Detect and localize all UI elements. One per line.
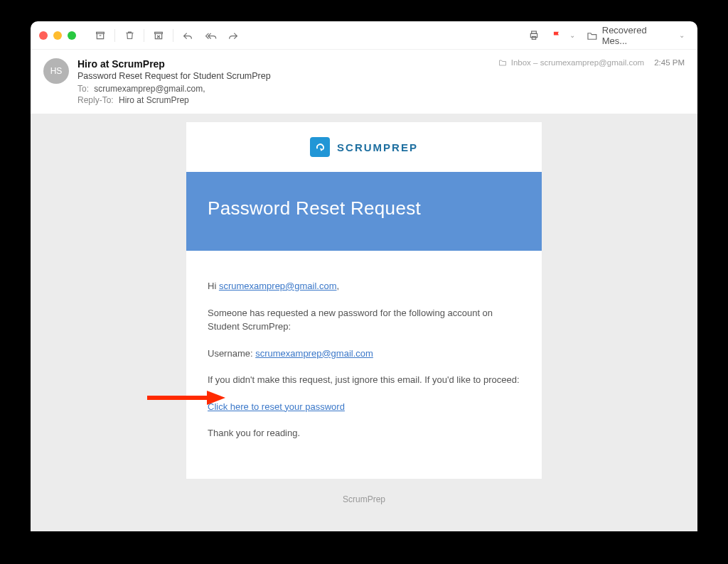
mail-window: ⌄ Recovered Mes... ⌄ HS Hiro at ScrumPre…	[31, 21, 697, 531]
greeting-line: Hi scrumexamprep@gmail.com,	[208, 279, 520, 293]
chevron-down-icon: ⌄	[679, 31, 685, 39]
brand-name: SCRUMPREP	[337, 141, 418, 153]
brand-row: SCRUMPREP	[186, 122, 542, 172]
body-line-ignore: If you didn't make this request, just ig…	[208, 373, 520, 387]
sender-name: Hiro at ScrumPrep	[77, 58, 490, 70]
junk-button[interactable]	[149, 27, 168, 44]
window-controls	[39, 31, 76, 40]
email-card: SCRUMPREP Password Reset Request Hi scru…	[186, 122, 542, 479]
email-banner: Password Reset Request	[186, 172, 542, 251]
thanks-line: Thank you for reading.	[208, 426, 520, 440]
folder-label: Recovered Mes...	[602, 25, 673, 46]
minimize-window-button[interactable]	[53, 31, 62, 40]
username-link[interactable]: scrumexamprep@gmail.com	[255, 348, 373, 359]
svg-rect-4	[532, 36, 535, 39]
toolbar: ⌄ Recovered Mes... ⌄	[31, 21, 697, 50]
greeting-email-link[interactable]: scrumexamprep@gmail.com	[219, 281, 337, 291]
close-window-button[interactable]	[39, 31, 48, 40]
inbox-label: Inbox – scrumexamprep@gmail.com	[511, 58, 644, 67]
svg-rect-1	[155, 32, 163, 33]
to-row: To: scrumexamprep@gmail.com,	[77, 84, 490, 94]
header-meta: Inbox – scrumexamprep@gmail.com 2:45 PM	[498, 58, 685, 67]
svg-rect-0	[97, 32, 105, 33]
mail-subject: Password Reset Request for Student Scrum…	[77, 71, 490, 81]
reply-to-row: Reply-To: Hiro at ScrumPrep	[77, 95, 490, 105]
reply-button[interactable]	[178, 27, 198, 44]
mail-header: HS Hiro at ScrumPrep Password Reset Requ…	[31, 50, 697, 114]
body-line-request: Someone has requested a new password for…	[208, 306, 520, 334]
banner-title: Password Reset Request	[208, 197, 520, 219]
sender-avatar: HS	[43, 58, 69, 84]
inbox-icon	[498, 59, 507, 66]
zoom-window-button[interactable]	[68, 31, 76, 40]
move-to-folder-select[interactable]: Recovered Mes... ⌄	[582, 22, 689, 49]
forward-button[interactable]	[223, 27, 243, 44]
received-time: 2:45 PM	[654, 58, 685, 67]
email-footer: ScrumPrep	[343, 479, 385, 520]
username-line: Username: scrumexamprep@gmail.com	[208, 347, 520, 361]
folder-icon	[587, 31, 598, 40]
print-button[interactable]	[524, 27, 544, 44]
reply-all-button[interactable]	[200, 27, 220, 44]
mail-body: SCRUMPREP Password Reset Request Hi scru…	[31, 114, 697, 531]
flag-button[interactable]	[547, 27, 567, 44]
email-body: Hi scrumexamprep@gmail.com, Someone has …	[186, 251, 542, 479]
brand-logo-icon	[310, 137, 330, 157]
flag-dropdown-icon[interactable]: ⌄	[569, 31, 575, 39]
reset-password-link[interactable]: Click here to reset your password	[208, 401, 345, 412]
archive-button[interactable]	[90, 27, 110, 44]
trash-button[interactable]	[119, 27, 139, 44]
